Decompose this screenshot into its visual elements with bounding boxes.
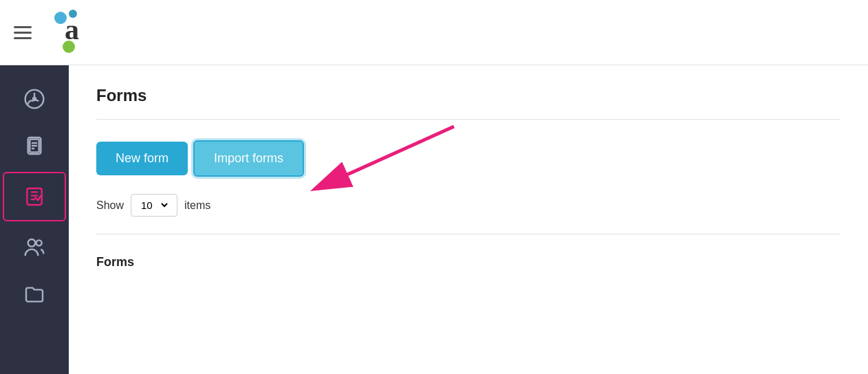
sidebar-item-dashboard[interactable] (0, 76, 69, 122)
svg-point-3 (69, 10, 77, 18)
divider-top (96, 119, 840, 120)
svg-point-13 (36, 240, 42, 245)
show-items-row: Show 10 25 50 100 items (96, 194, 840, 217)
sidebar-item-folders[interactable] (0, 271, 69, 318)
main-area: Forms New form Import forms (0, 65, 868, 374)
items-per-page-selector[interactable]: 10 25 50 100 (131, 194, 177, 217)
svg-text:a: a (65, 14, 79, 45)
new-form-button[interactable]: New form (96, 142, 188, 175)
import-forms-button[interactable]: Import forms (193, 140, 304, 177)
sidebar (0, 65, 69, 374)
app-logo: a (52, 8, 94, 56)
svg-point-12 (28, 239, 36, 247)
top-header: a (0, 0, 868, 65)
action-buttons: New form Import forms (96, 140, 840, 177)
svg-point-5 (33, 98, 36, 100)
hamburger-menu[interactable] (14, 26, 32, 39)
page-title: Forms (96, 86, 840, 105)
show-label: Show (96, 199, 124, 212)
sidebar-item-forms[interactable] (3, 172, 66, 221)
items-label: items (184, 199, 210, 212)
content-wrapper: New form Import forms (96, 140, 840, 177)
sidebar-item-documents[interactable] (0, 122, 69, 169)
svg-point-2 (63, 41, 75, 53)
items-per-page-select[interactable]: 10 25 50 100 (138, 199, 170, 212)
svg-point-1 (54, 12, 67, 24)
sidebar-item-users[interactable] (0, 224, 69, 271)
section-title: Forms (96, 255, 840, 270)
page-content: Forms New form Import forms (69, 65, 868, 374)
divider-bottom (96, 234, 840, 234)
